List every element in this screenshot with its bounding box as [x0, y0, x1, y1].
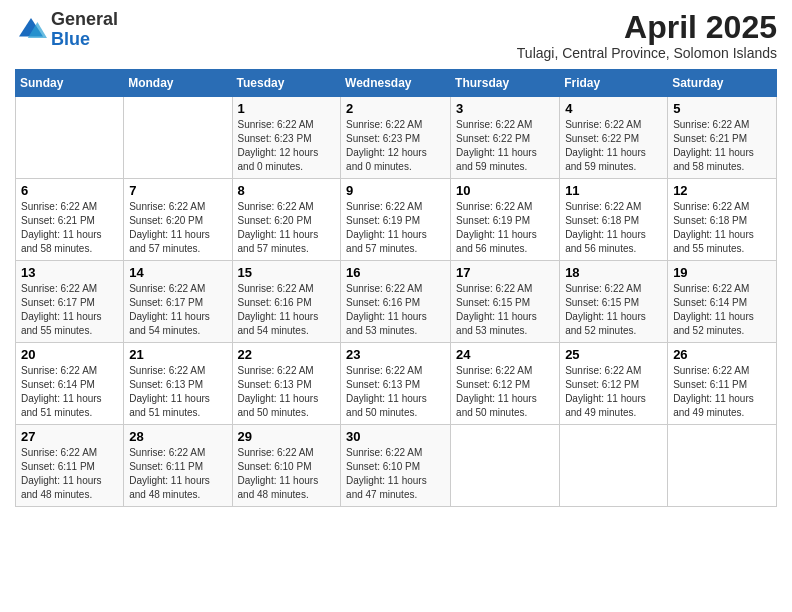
day-number: 27: [21, 429, 118, 444]
day-info: Sunrise: 6:22 AM Sunset: 6:12 PM Dayligh…: [456, 364, 554, 420]
day-number: 12: [673, 183, 771, 198]
location-subtitle: Tulagi, Central Province, Solomon Island…: [517, 45, 777, 61]
day-number: 1: [238, 101, 336, 116]
day-info: Sunrise: 6:22 AM Sunset: 6:18 PM Dayligh…: [565, 200, 662, 256]
day-number: 4: [565, 101, 662, 116]
day-number: 23: [346, 347, 445, 362]
day-number: 22: [238, 347, 336, 362]
day-info: Sunrise: 6:22 AM Sunset: 6:11 PM Dayligh…: [21, 446, 118, 502]
day-number: 18: [565, 265, 662, 280]
calendar-cell: [668, 425, 777, 507]
calendar-cell: 12Sunrise: 6:22 AM Sunset: 6:18 PM Dayli…: [668, 179, 777, 261]
weekday-header-row: SundayMondayTuesdayWednesdayThursdayFrid…: [16, 70, 777, 97]
calendar-cell: 14Sunrise: 6:22 AM Sunset: 6:17 PM Dayli…: [124, 261, 232, 343]
calendar-cell: 9Sunrise: 6:22 AM Sunset: 6:19 PM Daylig…: [341, 179, 451, 261]
day-number: 10: [456, 183, 554, 198]
day-info: Sunrise: 6:22 AM Sunset: 6:14 PM Dayligh…: [673, 282, 771, 338]
day-info: Sunrise: 6:22 AM Sunset: 6:19 PM Dayligh…: [346, 200, 445, 256]
calendar-cell: 16Sunrise: 6:22 AM Sunset: 6:16 PM Dayli…: [341, 261, 451, 343]
logo-icon: [15, 14, 47, 46]
day-number: 16: [346, 265, 445, 280]
day-info: Sunrise: 6:22 AM Sunset: 6:16 PM Dayligh…: [346, 282, 445, 338]
day-number: 13: [21, 265, 118, 280]
calendar-cell: 15Sunrise: 6:22 AM Sunset: 6:16 PM Dayli…: [232, 261, 341, 343]
weekday-header-saturday: Saturday: [668, 70, 777, 97]
calendar-cell: 17Sunrise: 6:22 AM Sunset: 6:15 PM Dayli…: [451, 261, 560, 343]
logo-text: General Blue: [51, 10, 118, 50]
day-info: Sunrise: 6:22 AM Sunset: 6:10 PM Dayligh…: [346, 446, 445, 502]
calendar-cell: 23Sunrise: 6:22 AM Sunset: 6:13 PM Dayli…: [341, 343, 451, 425]
day-number: 8: [238, 183, 336, 198]
day-number: 11: [565, 183, 662, 198]
calendar-cell: 30Sunrise: 6:22 AM Sunset: 6:10 PM Dayli…: [341, 425, 451, 507]
calendar-cell: [560, 425, 668, 507]
day-number: 2: [346, 101, 445, 116]
calendar-cell: [451, 425, 560, 507]
calendar-cell: 3Sunrise: 6:22 AM Sunset: 6:22 PM Daylig…: [451, 97, 560, 179]
calendar-cell: 18Sunrise: 6:22 AM Sunset: 6:15 PM Dayli…: [560, 261, 668, 343]
calendar-cell: 1Sunrise: 6:22 AM Sunset: 6:23 PM Daylig…: [232, 97, 341, 179]
day-number: 7: [129, 183, 226, 198]
day-info: Sunrise: 6:22 AM Sunset: 6:21 PM Dayligh…: [21, 200, 118, 256]
day-number: 25: [565, 347, 662, 362]
calendar-cell: 5Sunrise: 6:22 AM Sunset: 6:21 PM Daylig…: [668, 97, 777, 179]
calendar-cell: 8Sunrise: 6:22 AM Sunset: 6:20 PM Daylig…: [232, 179, 341, 261]
calendar-cell: 21Sunrise: 6:22 AM Sunset: 6:13 PM Dayli…: [124, 343, 232, 425]
calendar-cell: 28Sunrise: 6:22 AM Sunset: 6:11 PM Dayli…: [124, 425, 232, 507]
day-number: 19: [673, 265, 771, 280]
calendar-cell: 10Sunrise: 6:22 AM Sunset: 6:19 PM Dayli…: [451, 179, 560, 261]
day-number: 26: [673, 347, 771, 362]
day-number: 5: [673, 101, 771, 116]
day-info: Sunrise: 6:22 AM Sunset: 6:22 PM Dayligh…: [456, 118, 554, 174]
day-info: Sunrise: 6:22 AM Sunset: 6:22 PM Dayligh…: [565, 118, 662, 174]
calendar-cell: 29Sunrise: 6:22 AM Sunset: 6:10 PM Dayli…: [232, 425, 341, 507]
week-row-2: 6Sunrise: 6:22 AM Sunset: 6:21 PM Daylig…: [16, 179, 777, 261]
day-number: 20: [21, 347, 118, 362]
calendar-cell: 20Sunrise: 6:22 AM Sunset: 6:14 PM Dayli…: [16, 343, 124, 425]
day-info: Sunrise: 6:22 AM Sunset: 6:17 PM Dayligh…: [21, 282, 118, 338]
weekday-header-tuesday: Tuesday: [232, 70, 341, 97]
day-number: 28: [129, 429, 226, 444]
day-info: Sunrise: 6:22 AM Sunset: 6:12 PM Dayligh…: [565, 364, 662, 420]
calendar-cell: 22Sunrise: 6:22 AM Sunset: 6:13 PM Dayli…: [232, 343, 341, 425]
calendar-cell: 27Sunrise: 6:22 AM Sunset: 6:11 PM Dayli…: [16, 425, 124, 507]
calendar-cell: 26Sunrise: 6:22 AM Sunset: 6:11 PM Dayli…: [668, 343, 777, 425]
day-number: 21: [129, 347, 226, 362]
day-number: 30: [346, 429, 445, 444]
calendar-cell: 4Sunrise: 6:22 AM Sunset: 6:22 PM Daylig…: [560, 97, 668, 179]
day-info: Sunrise: 6:22 AM Sunset: 6:13 PM Dayligh…: [129, 364, 226, 420]
day-info: Sunrise: 6:22 AM Sunset: 6:10 PM Dayligh…: [238, 446, 336, 502]
day-info: Sunrise: 6:22 AM Sunset: 6:16 PM Dayligh…: [238, 282, 336, 338]
calendar-cell: 19Sunrise: 6:22 AM Sunset: 6:14 PM Dayli…: [668, 261, 777, 343]
weekday-header-wednesday: Wednesday: [341, 70, 451, 97]
month-year-title: April 2025: [517, 10, 777, 45]
week-row-5: 27Sunrise: 6:22 AM Sunset: 6:11 PM Dayli…: [16, 425, 777, 507]
week-row-4: 20Sunrise: 6:22 AM Sunset: 6:14 PM Dayli…: [16, 343, 777, 425]
day-number: 6: [21, 183, 118, 198]
day-info: Sunrise: 6:22 AM Sunset: 6:23 PM Dayligh…: [346, 118, 445, 174]
week-row-3: 13Sunrise: 6:22 AM Sunset: 6:17 PM Dayli…: [16, 261, 777, 343]
logo: General Blue: [15, 10, 118, 50]
day-info: Sunrise: 6:22 AM Sunset: 6:11 PM Dayligh…: [673, 364, 771, 420]
day-number: 3: [456, 101, 554, 116]
day-info: Sunrise: 6:22 AM Sunset: 6:19 PM Dayligh…: [456, 200, 554, 256]
weekday-header-monday: Monday: [124, 70, 232, 97]
day-number: 17: [456, 265, 554, 280]
week-row-1: 1Sunrise: 6:22 AM Sunset: 6:23 PM Daylig…: [16, 97, 777, 179]
day-number: 15: [238, 265, 336, 280]
day-info: Sunrise: 6:22 AM Sunset: 6:15 PM Dayligh…: [565, 282, 662, 338]
day-info: Sunrise: 6:22 AM Sunset: 6:17 PM Dayligh…: [129, 282, 226, 338]
calendar-cell: 11Sunrise: 6:22 AM Sunset: 6:18 PM Dayli…: [560, 179, 668, 261]
calendar-table: SundayMondayTuesdayWednesdayThursdayFrid…: [15, 69, 777, 507]
day-info: Sunrise: 6:22 AM Sunset: 6:13 PM Dayligh…: [346, 364, 445, 420]
calendar-cell: 25Sunrise: 6:22 AM Sunset: 6:12 PM Dayli…: [560, 343, 668, 425]
title-block: April 2025 Tulagi, Central Province, Sol…: [517, 10, 777, 61]
day-info: Sunrise: 6:22 AM Sunset: 6:13 PM Dayligh…: [238, 364, 336, 420]
day-info: Sunrise: 6:22 AM Sunset: 6:20 PM Dayligh…: [129, 200, 226, 256]
day-info: Sunrise: 6:22 AM Sunset: 6:21 PM Dayligh…: [673, 118, 771, 174]
calendar-cell: 7Sunrise: 6:22 AM Sunset: 6:20 PM Daylig…: [124, 179, 232, 261]
day-info: Sunrise: 6:22 AM Sunset: 6:18 PM Dayligh…: [673, 200, 771, 256]
day-number: 29: [238, 429, 336, 444]
day-info: Sunrise: 6:22 AM Sunset: 6:20 PM Dayligh…: [238, 200, 336, 256]
weekday-header-thursday: Thursday: [451, 70, 560, 97]
